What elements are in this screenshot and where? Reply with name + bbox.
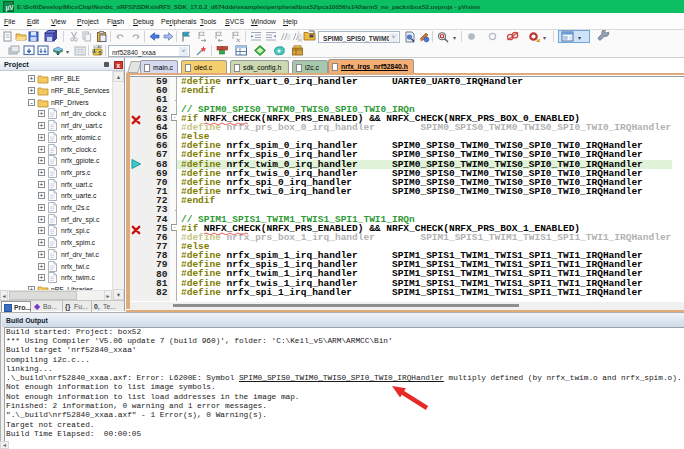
svg-text:LOAD: LOAD	[94, 45, 103, 49]
